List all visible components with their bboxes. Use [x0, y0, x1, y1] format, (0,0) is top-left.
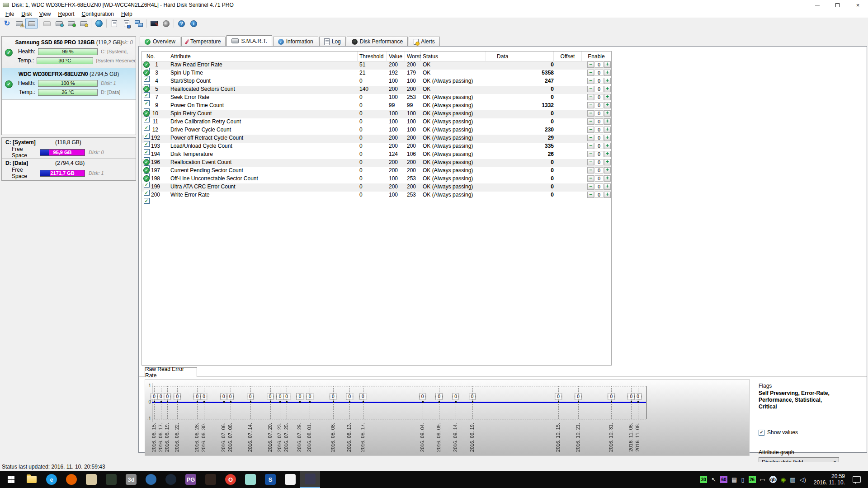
- enable-checkbox[interactable]: ✓: [144, 125, 150, 131]
- smart-row-198[interactable]: ✓198Off-Line Uncorrectable Sector Count0…: [142, 175, 611, 183]
- graph-tab-raw-read-error-rate[interactable]: Raw Read Error Rate: [145, 367, 197, 377]
- smart-row-1[interactable]: ✓1Raw Read Error Rate51200200OK0−0+✓: [142, 61, 611, 70]
- smart-row-7[interactable]: 7Seek Error Rate0100253OK (Always passin…: [142, 94, 611, 102]
- sound-settings-button[interactable]: [160, 19, 172, 28]
- enable-checkbox[interactable]: ✓: [144, 117, 150, 122]
- report-button[interactable]: [108, 19, 120, 28]
- offset-decrease-button[interactable]: −: [587, 159, 594, 165]
- offset-increase-button[interactable]: +: [604, 94, 611, 100]
- action-center-icon[interactable]: [853, 476, 861, 483]
- column-header-no[interactable]: No.: [142, 52, 158, 61]
- smart-row-12[interactable]: 12Drive Power Cycle Count0100100OK (Alwa…: [142, 127, 611, 135]
- partition-item-1[interactable]: D: [Data](2794,4 GB)Free Space2171,7 GBD…: [2, 159, 136, 179]
- disk-warning-button[interactable]: ⚠: [13, 19, 25, 28]
- offset-decrease-button[interactable]: −: [587, 110, 594, 117]
- smart-row-197[interactable]: ✓197Current Pending Sector Count0200200O…: [142, 167, 611, 175]
- offset-increase-button[interactable]: +: [604, 70, 611, 76]
- tray-volume-icon[interactable]: ◁): [800, 476, 806, 483]
- enable-checkbox[interactable]: ✓: [144, 100, 150, 106]
- offset-decrease-button[interactable]: −: [587, 143, 594, 149]
- offset-increase-button[interactable]: +: [604, 151, 611, 157]
- enable-checkbox[interactable]: ✓: [144, 76, 150, 82]
- column-header-threshold[interactable]: Threshold: [358, 52, 387, 61]
- column-header-value[interactable]: Value: [387, 52, 405, 61]
- close-button[interactable]: ×: [848, 0, 868, 10]
- taskbar-opera[interactable]: O: [221, 471, 241, 488]
- menu-item-file[interactable]: File: [2, 10, 18, 18]
- tab-alerts[interactable]: Alerts: [409, 37, 440, 46]
- smart-row-199[interactable]: 199Ultra ATA CRC Error Count0200200OK (A…: [142, 183, 611, 192]
- settings-button[interactable]: [148, 19, 160, 28]
- offset-decrease-button[interactable]: −: [587, 94, 594, 100]
- offset-increase-button[interactable]: +: [604, 86, 611, 92]
- offset-decrease-button[interactable]: −: [587, 61, 594, 68]
- column-header-enable[interactable]: Enable: [582, 52, 611, 61]
- tab-log[interactable]: Log: [319, 37, 346, 46]
- tray-usb-icon[interactable]: ▯: [741, 476, 744, 483]
- tab-disk-performance[interactable]: Disk Performance: [347, 37, 408, 46]
- start-button[interactable]: [0, 471, 22, 488]
- offset-decrease-button[interactable]: −: [587, 70, 594, 76]
- offset-increase-button[interactable]: +: [604, 110, 611, 117]
- tray-input-device-icon[interactable]: ▤: [731, 476, 737, 483]
- taskbar-3d-app[interactable]: 3d: [121, 471, 141, 488]
- offset-increase-button[interactable]: +: [604, 143, 611, 149]
- tray-nvidia-icon[interactable]: ◉: [781, 476, 786, 483]
- smart-row-192[interactable]: 192Power off Retract Cycle Count0200200O…: [142, 135, 611, 143]
- smart-row-11[interactable]: 11Drive Calibration Retry Count0100100OK…: [142, 118, 611, 127]
- enable-checkbox[interactable]: ✓: [144, 190, 150, 196]
- tray-display-60hz-icon[interactable]: 60: [720, 476, 727, 483]
- taskbar-firefox[interactable]: [61, 471, 81, 488]
- smart-row-4[interactable]: 4Start/Stop Count0100100OK (Always passi…: [142, 78, 611, 86]
- tray-qbittorrent-icon[interactable]: qb: [769, 476, 777, 483]
- smart-row-3[interactable]: ✓3Spin Up Time21192179OK5358−0+✓: [142, 70, 611, 78]
- offset-increase-button[interactable]: +: [604, 159, 611, 165]
- taskbar-steam[interactable]: [161, 471, 181, 488]
- offset-increase-button[interactable]: +: [604, 175, 611, 182]
- taskbar-file-explorer[interactable]: [22, 471, 42, 488]
- offset-increase-button[interactable]: +: [604, 135, 611, 141]
- smart-row-194[interactable]: 194Disk Temperature0124106OK (Always pas…: [142, 151, 611, 159]
- tray-hdsentinel-temp-1[interactable]: 30: [700, 476, 707, 483]
- taskbar-clock[interactable]: 20:592016. 11. 10.: [814, 473, 845, 486]
- tray-cursor-icon[interactable]: ↖: [711, 476, 716, 483]
- network-status-button[interactable]: [132, 19, 145, 28]
- smart-row-5[interactable]: ✓5Reallocated Sectors Count140200200OK0−…: [142, 86, 611, 94]
- offset-decrease-button[interactable]: −: [587, 175, 594, 182]
- taskbar-png-app[interactable]: PG: [181, 471, 201, 488]
- tab-temperature[interactable]: Temperature: [181, 37, 226, 46]
- taskbar-edge[interactable]: e: [42, 471, 61, 488]
- smart-row-193[interactable]: 193Load/Unload Cycle Count0200200OK (Alw…: [142, 143, 611, 151]
- column-header-status[interactable]: Status: [421, 52, 486, 61]
- taskbar-database-app[interactable]: [141, 471, 161, 488]
- menu-item-view[interactable]: View: [36, 10, 55, 18]
- offset-decrease-button[interactable]: −: [587, 183, 594, 190]
- offset-decrease-button[interactable]: −: [587, 192, 594, 198]
- offset-increase-button[interactable]: +: [604, 167, 611, 174]
- offset-increase-button[interactable]: +: [604, 192, 611, 198]
- smart-row-196[interactable]: ✓196Reallocation Event Count0200200OK (A…: [142, 159, 611, 167]
- partition-item-0[interactable]: C: [System](118,8 GB)Free Space95,9 GBDi…: [2, 138, 136, 159]
- info-button[interactable]: i: [188, 19, 200, 28]
- offset-decrease-button[interactable]: −: [587, 135, 594, 141]
- menu-item-configuration[interactable]: Configuration: [78, 10, 118, 18]
- tab-smart[interactable]: S.M.A.R.T.: [226, 35, 272, 46]
- offset-decrease-button[interactable]: −: [587, 102, 594, 108]
- column-header-offset[interactable]: Offset: [554, 52, 582, 61]
- enable-checkbox[interactable]: ✓: [144, 141, 150, 147]
- offset-increase-button[interactable]: +: [604, 183, 611, 190]
- tray-monitor-icon[interactable]: ▭: [760, 476, 765, 483]
- menu-item-disk[interactable]: Disk: [18, 10, 35, 18]
- disk-selftest-button[interactable]: [65, 19, 77, 28]
- offset-increase-button[interactable]: +: [604, 102, 611, 108]
- offset-decrease-button[interactable]: −: [587, 86, 594, 92]
- offset-increase-button[interactable]: +: [604, 78, 611, 84]
- offset-decrease-button[interactable]: −: [587, 127, 594, 133]
- tab-information[interactable]: iInformation: [273, 37, 318, 46]
- taskbar-file-manager[interactable]: [81, 471, 101, 488]
- enable-checkbox[interactable]: ✓: [144, 92, 150, 98]
- offset-decrease-button[interactable]: −: [587, 167, 594, 174]
- taskbar-dark-app[interactable]: [201, 471, 221, 488]
- menu-item-report[interactable]: Report: [55, 10, 78, 18]
- offset-decrease-button[interactable]: −: [587, 118, 594, 125]
